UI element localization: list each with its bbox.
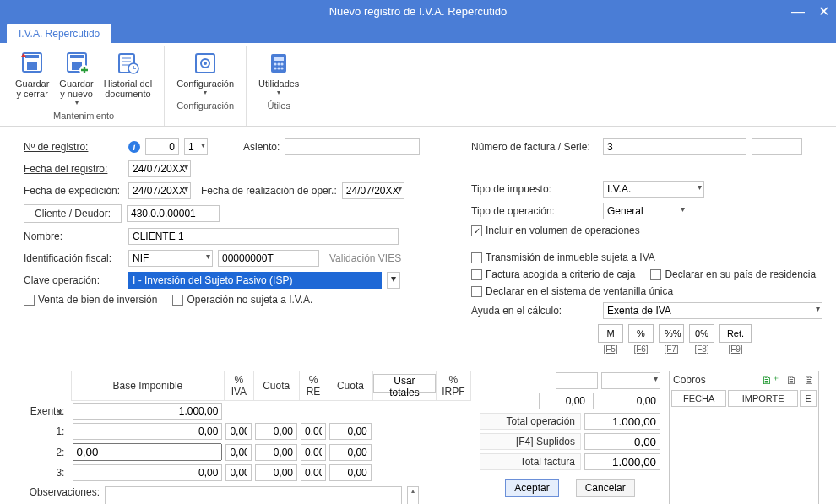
chk-pais[interactable]: Declarar en su país de residencia: [650, 268, 816, 280]
r3-pre[interactable]: [301, 464, 326, 481]
obs-spinner[interactable]: ▴▾: [407, 486, 419, 504]
usar-totales-button[interactable]: Usar totales: [373, 374, 435, 393]
calc-0pct-button[interactable]: 0%: [689, 324, 714, 343]
asiento-input[interactable]: [285, 138, 420, 155]
fecha-reg-input[interactable]: [128, 160, 191, 177]
utilidades-button[interactable]: Utilidades ▾: [253, 48, 304, 98]
nreg-serie-select[interactable]: [184, 138, 208, 155]
utilidades-label: Utilidades: [258, 79, 299, 89]
chk-transmision[interactable]: Transmisión de inmueble sujeta a IVA: [471, 252, 655, 263]
delete-cobro-icon[interactable]: 🗎: [803, 373, 815, 387]
ret-cuota[interactable]: [593, 393, 660, 409]
edit-cobro-icon[interactable]: 🗎: [785, 373, 797, 387]
ribbon-group-mantenimiento: Mantenimiento: [53, 108, 114, 124]
cobros-title: Cobros: [673, 374, 706, 386]
suplidos-value[interactable]: [584, 433, 660, 450]
obs-textarea[interactable]: [105, 486, 402, 504]
cancelar-button[interactable]: Cancelar: [576, 479, 635, 497]
clave-dropdown-button[interactable]: ▾: [387, 272, 400, 289]
r3-piva[interactable]: [225, 464, 252, 481]
historial-button[interactable]: Historial del documento: [99, 48, 157, 108]
ident-val-input[interactable]: [218, 250, 319, 267]
col-cuota: Cuota: [253, 371, 299, 401]
chk-venta-inversion[interactable]: Venta de bien de inversión: [24, 294, 157, 306]
clave-operacion-value[interactable]: I - Inversión del Sujeto Pasivo (ISP): [128, 272, 382, 289]
r2-base[interactable]: [73, 443, 222, 461]
close-button[interactable]: ✕: [811, 0, 836, 24]
tab-iva-repercutido[interactable]: I.V.A. Repercutido: [7, 24, 111, 43]
r3-cuota2[interactable]: [329, 464, 372, 481]
calc-pct-button[interactable]: %: [628, 324, 654, 343]
fecha-oper-input[interactable]: [342, 182, 404, 199]
tipo-oper-label: Tipo de operación:: [471, 205, 598, 217]
gear-icon: [192, 50, 219, 77]
numfac-label: Número de factura / Serie:: [471, 141, 598, 153]
aceptar-button[interactable]: Aceptar: [505, 479, 558, 497]
minimize-button[interactable]: —: [785, 0, 811, 24]
ret-type-select[interactable]: [601, 372, 660, 389]
cobros-col-importe: IMPORTE: [728, 390, 798, 407]
historial-label: Historial del documento: [104, 79, 152, 99]
fecha-exp-input[interactable]: [128, 182, 191, 199]
save-close-icon: [19, 50, 46, 77]
r1-piva[interactable]: [225, 423, 252, 440]
dropdown-caret-icon: ▾: [277, 89, 280, 96]
history-icon: [114, 50, 141, 77]
numfac-input[interactable]: [603, 138, 746, 155]
cliente-deudor-button[interactable]: Cliente / Deudor:: [24, 204, 122, 223]
svg-point-18: [278, 62, 280, 65]
irpf-value[interactable]: [556, 372, 598, 389]
chk-volumen[interactable]: ✓Incluir en volumen de operaciones: [471, 225, 640, 236]
chk-caja-label: Factura acogida a criterio de caja: [486, 268, 635, 280]
chk-no-sujeta[interactable]: Operación no sujeta a I.V.A.: [172, 294, 312, 306]
svg-point-22: [281, 67, 284, 69]
calc-m-button[interactable]: M: [598, 324, 623, 343]
configuracion-button[interactable]: Configuración ▾: [171, 48, 239, 98]
clave-label: Clave operación:: [24, 274, 123, 286]
r2-cuota[interactable]: [255, 444, 297, 461]
ayuda-select[interactable]: [603, 302, 822, 319]
r2-pre[interactable]: [301, 444, 326, 461]
cliente-value-input[interactable]: [127, 205, 220, 222]
irpf-cuota[interactable]: [539, 393, 589, 409]
r1-pre[interactable]: [301, 423, 326, 440]
nombre-input[interactable]: [128, 228, 399, 245]
ident-tipo-select[interactable]: [128, 250, 213, 267]
r1-cuota[interactable]: [255, 423, 297, 440]
tipo-imp-select[interactable]: [603, 181, 704, 198]
chk-ventanilla[interactable]: Declarar en el sistema de ventanilla úni…: [471, 285, 673, 297]
r1-base[interactable]: [73, 423, 222, 440]
svg-rect-1: [25, 55, 39, 58]
fecha-reg-label: Fecha del registro:: [24, 163, 123, 175]
total-oper-value[interactable]: [584, 413, 660, 430]
validacion-vies-link[interactable]: Validación VIES: [329, 252, 401, 264]
r2-cuota2[interactable]: [329, 444, 372, 461]
r3-cuota[interactable]: [255, 464, 297, 481]
cobros-body[interactable]: [670, 409, 818, 504]
info-icon[interactable]: i: [128, 141, 140, 153]
total-fac-value[interactable]: [584, 453, 660, 470]
col-base: Base Imponible: [71, 371, 224, 401]
tipo-oper-select[interactable]: [603, 203, 687, 219]
calc-pctpct-button[interactable]: %%: [659, 324, 684, 343]
r1-cuota2[interactable]: [329, 423, 372, 440]
suplidos-label: [F4] Suplidos: [480, 433, 581, 450]
serie-input[interactable]: [752, 138, 802, 155]
r3-base[interactable]: [73, 464, 222, 481]
exenta-base-input[interactable]: [73, 403, 222, 420]
guardar-nuevo-label: Guardar y nuevo: [59, 79, 93, 99]
nreg-input[interactable]: [145, 138, 179, 155]
chk-no-sujeta-label: Operación no sujeta a I.V.A.: [187, 294, 312, 306]
guardar-nuevo-button[interactable]: Guardar y nuevo ▾: [54, 48, 98, 108]
guardar-cerrar-button[interactable]: Guardar y cerrar: [10, 48, 54, 108]
chk-venta-label: Venta de bien de inversión: [38, 294, 157, 306]
r2-piva[interactable]: [225, 444, 252, 461]
guardar-cerrar-label: Guardar y cerrar: [15, 79, 49, 99]
add-cobro-icon[interactable]: 🗎⁺: [761, 373, 779, 387]
fecha-exp-label: Fecha de expedición:: [24, 185, 123, 197]
row-exenta-label[interactable]: Exenta:: [30, 405, 65, 417]
total-fac-label: Total factura: [480, 453, 581, 470]
chk-caja[interactable]: Factura acogida a criterio de caja: [471, 268, 635, 280]
title-bar: Nuevo registro de I.V.A. Repercutido — ✕: [0, 0, 836, 24]
calc-ret-button[interactable]: Ret.: [719, 324, 752, 343]
